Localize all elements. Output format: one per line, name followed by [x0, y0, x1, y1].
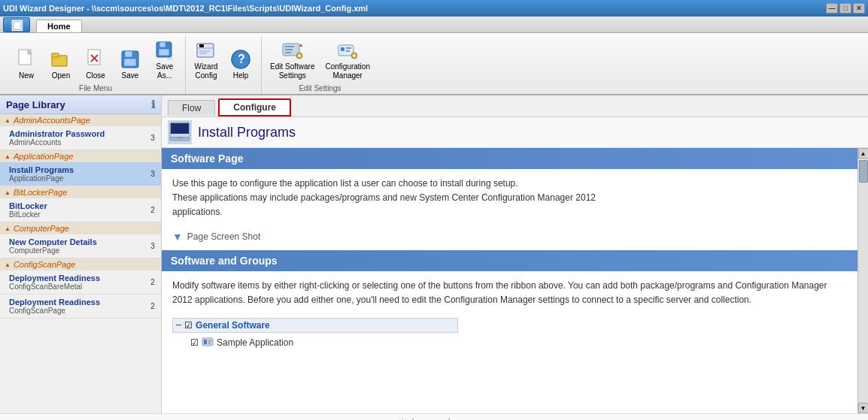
list-item[interactable]: Administrator Password AdminAccounts 3: [0, 126, 161, 150]
install-title: Install Programs: [198, 125, 296, 141]
sidebar-header: Page Library ℹ: [0, 95, 161, 114]
content-area: Flow Configure Install Programs Software…: [162, 95, 868, 413]
save-as-icon: ...: [153, 38, 177, 62]
edit-software-settings-button[interactable]: Edit SoftwareSettings: [266, 36, 318, 83]
svg-rect-26: [285, 52, 291, 53]
scroll-up-arrow[interactable]: ▲: [858, 148, 869, 159]
item-name: Sample Application: [217, 337, 293, 348]
item-checkbox[interactable]: ☑: [190, 337, 199, 348]
home-tab[interactable]: Home: [36, 20, 82, 32]
tab-configure[interactable]: Configure: [218, 98, 291, 116]
scroll-thumb[interactable]: [859, 160, 868, 183]
maximize-button[interactable]: □: [839, 3, 851, 14]
content-tabs: Flow Configure: [162, 95, 868, 117]
ribbon-group-edit: Edit SoftwareSettings ConfigurationManag…: [262, 36, 378, 94]
svg-text:?: ?: [238, 53, 245, 65]
tab-flow[interactable]: Flow: [168, 100, 215, 116]
help-button[interactable]: ? Help: [225, 45, 256, 83]
watermark: windows-noob.com: [0, 413, 868, 420]
chevron-icon: ▼: [172, 231, 183, 243]
software-tree: ─ ☑ General Software ☑: [162, 315, 857, 359]
save-button[interactable]: Save: [114, 45, 146, 83]
sidebar: Page Library ℹ ▲ AdminAccountsPage Admin…: [0, 95, 162, 413]
new-button[interactable]: New: [11, 45, 42, 83]
title-text: UDI Wizard Designer - \\sccm\sources\os\…: [3, 4, 368, 13]
scroll-wrapper: Software Page Use this page to configure…: [162, 148, 868, 413]
edit-buttons: Edit SoftwareSettings ConfigurationManag…: [266, 36, 374, 83]
office-button[interactable]: ▣: [3, 17, 30, 32]
group-name-bitlockerpage: BitLockerPage: [14, 188, 68, 197]
svg-rect-25: [285, 49, 293, 50]
group-arrow-adminaccounts: ▲: [5, 117, 11, 124]
edit-software-icon: [281, 38, 305, 62]
group-arrow-configscanpage: ▲: [5, 261, 11, 268]
main-layout: Page Library ℹ ▲ AdminAccountsPage Admin…: [0, 95, 868, 413]
sidebar-group-bitlockerpage[interactable]: ▲ BitLockerPage: [0, 186, 161, 198]
ribbon: New Open Cl: [0, 33, 868, 95]
sidebar-group-applicationpage[interactable]: ▲ ApplicationPage: [0, 150, 161, 162]
close-button[interactable]: Close: [80, 45, 111, 83]
configuration-manager-button[interactable]: ConfigurationManager: [321, 36, 373, 83]
list-item[interactable]: Deployment Readiness ConfigScanPage 2: [0, 295, 161, 319]
svg-rect-42: [204, 340, 207, 344]
tree-group[interactable]: ─ ☑ General Software: [172, 318, 458, 333]
page-item-name: Administrator Password: [9, 129, 143, 138]
page-item-count: 3: [147, 128, 161, 148]
sidebar-group-adminaccounts[interactable]: ▲ AdminAccountsPage: [0, 114, 161, 126]
software-groups-header: Software and Groups: [162, 250, 857, 271]
save-as-label: SaveAs...: [156, 62, 174, 80]
title-bar-controls[interactable]: — □ ✕: [826, 3, 865, 14]
group-name-configscanpage: ConfigScanPage: [14, 260, 76, 269]
svg-rect-31: [341, 47, 344, 51]
close-icon: [83, 47, 108, 71]
sidebar-group-configscanpage[interactable]: ▲ ConfigScanPage: [0, 258, 161, 270]
minimize-button[interactable]: —: [826, 3, 838, 14]
list-item[interactable]: Install Programs ApplicationPage 3: [0, 162, 161, 186]
page-item-count: 2: [147, 296, 161, 316]
svg-rect-38: [171, 123, 189, 134]
group-arrow-bitlockerpage: ▲: [5, 189, 11, 196]
new-icon: [14, 47, 38, 71]
page-item-content: Administrator Password AdminAccounts: [0, 128, 147, 148]
svg-rect-4: [52, 53, 59, 57]
app-icon: [202, 336, 214, 350]
software-page-body: Use this page to configure the applicati…: [162, 169, 857, 228]
page-item-content: New Computer Details ComputerPage: [0, 236, 147, 256]
close-label: Close: [86, 71, 105, 80]
page-item-sub: ConfigScanBareMetal: [9, 283, 143, 291]
tree-item[interactable]: ☑ Sample Application: [172, 334, 847, 352]
open-label: Open: [52, 71, 70, 80]
group-checkbox[interactable]: ☑: [184, 320, 193, 331]
save-label: Save: [122, 71, 139, 80]
edit-settings-label: Edit Settings: [299, 84, 341, 92]
software-page-header: Software Page: [162, 148, 857, 169]
expand-icon[interactable]: ─: [176, 321, 181, 329]
open-icon: [49, 47, 73, 71]
close-button-title[interactable]: ✕: [853, 3, 865, 14]
page-screenshot[interactable]: ▼ Page Screen Shot: [162, 228, 857, 250]
open-button[interactable]: Open: [45, 45, 77, 83]
wizard-config-button[interactable]: WizardConfig: [190, 36, 222, 83]
page-item-name: Install Programs: [9, 165, 143, 174]
scroll-content: Software Page Use this page to configure…: [162, 148, 857, 413]
svg-rect-44: [208, 343, 211, 344]
ribbon-group-wizard: WizardConfig ? Help -: [186, 36, 262, 94]
page-item-sub: ComputerPage: [9, 246, 143, 255]
group-arrow-applicationpage: ▲: [5, 153, 11, 160]
page-item-content: Deployment Readiness ConfigScanBareMetal: [0, 272, 147, 292]
configuration-manager-icon: [335, 38, 360, 62]
wizard-buttons: WizardConfig ? Help: [190, 36, 256, 83]
save-as-button[interactable]: ... SaveAs...: [149, 36, 181, 83]
page-item-sub: ApplicationPage: [9, 174, 143, 183]
list-item[interactable]: Deployment Readiness ConfigScanBareMetal…: [0, 270, 161, 295]
page-item-content: Install Programs ApplicationPage: [0, 164, 147, 184]
svg-rect-24: [285, 46, 294, 47]
sidebar-group-computerpage[interactable]: ▲ ComputerPage: [0, 222, 161, 234]
vertical-scrollbar[interactable]: ▲ ▼: [857, 148, 868, 413]
page-item-content: Deployment Readiness ConfigScanPage: [0, 296, 147, 316]
list-item[interactable]: New Computer Details ComputerPage 3: [0, 234, 161, 258]
page-item-sub: AdminAccounts: [9, 138, 143, 147]
list-item[interactable]: BitLocker BitLocker 2: [0, 198, 161, 222]
title-bar: UDI Wizard Designer - \\sccm\sources\os\…: [0, 0, 868, 17]
scroll-down-arrow[interactable]: ▼: [858, 403, 869, 413]
